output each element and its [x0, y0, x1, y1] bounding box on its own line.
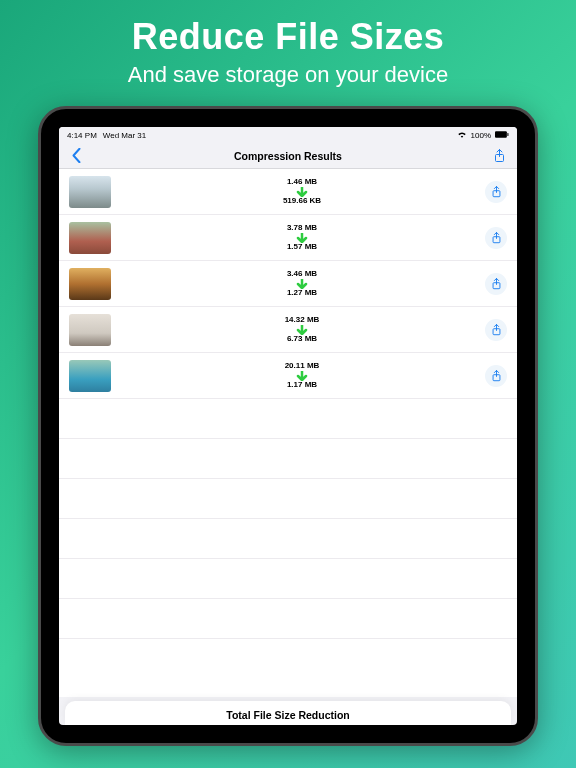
svg-rect-0	[495, 131, 507, 137]
back-button[interactable]	[67, 147, 85, 165]
results-list[interactable]: 1.46 MB 519.66 KB 3.78 MB 1.57 MB	[59, 169, 517, 697]
empty-row	[59, 599, 517, 639]
compressed-size: 519.66 KB	[283, 197, 321, 205]
size-info: 3.46 MB 1.27 MB	[119, 270, 485, 297]
row-share-button[interactable]	[485, 181, 507, 203]
share-icon	[491, 186, 502, 198]
screen: 4:14 PM Wed Mar 31 100% Compres	[59, 127, 517, 725]
svg-rect-1	[507, 132, 508, 135]
original-size: 20.11 MB	[285, 362, 320, 370]
chevron-left-icon	[71, 148, 82, 163]
thumbnail	[69, 222, 111, 254]
original-size: 3.46 MB	[287, 270, 317, 278]
size-info: 20.11 MB 1.17 MB	[119, 362, 485, 389]
status-date: Wed Mar 31	[103, 131, 146, 140]
result-row: 3.46 MB 1.27 MB	[59, 261, 517, 307]
result-row: 20.11 MB 1.17 MB	[59, 353, 517, 399]
result-row: 1.46 MB 519.66 KB	[59, 169, 517, 215]
summary-card: Total File Size Reduction	[65, 701, 511, 725]
size-info: 14.32 MB 6.73 MB	[119, 316, 485, 343]
compressed-size: 1.17 MB	[287, 381, 317, 389]
status-time: 4:14 PM	[67, 131, 97, 140]
wifi-icon	[457, 130, 467, 140]
row-share-button[interactable]	[485, 273, 507, 295]
empty-row	[59, 439, 517, 479]
promo-background: Reduce File Sizes And save storage on yo…	[0, 0, 576, 768]
empty-row	[59, 559, 517, 599]
row-share-button[interactable]	[485, 227, 507, 249]
share-icon	[491, 370, 502, 382]
thumbnail	[69, 360, 111, 392]
arrow-down-icon	[296, 279, 308, 289]
result-row: 3.78 MB 1.57 MB	[59, 215, 517, 261]
battery-icon	[495, 131, 509, 140]
share-icon	[491, 278, 502, 290]
original-size: 14.32 MB	[285, 316, 320, 324]
empty-row	[59, 519, 517, 559]
compressed-size: 1.27 MB	[287, 289, 317, 297]
thumbnail	[69, 268, 111, 300]
compressed-size: 6.73 MB	[287, 335, 317, 343]
hero-subtitle: And save storage on your device	[128, 62, 448, 88]
device-frame: 4:14 PM Wed Mar 31 100% Compres	[38, 106, 538, 746]
page-title: Compression Results	[234, 150, 342, 162]
status-bar: 4:14 PM Wed Mar 31 100%	[59, 127, 517, 143]
empty-row	[59, 399, 517, 439]
thumbnail	[69, 314, 111, 346]
thumbnail	[69, 176, 111, 208]
empty-row	[59, 479, 517, 519]
original-size: 1.46 MB	[287, 178, 317, 186]
row-share-button[interactable]	[485, 365, 507, 387]
result-row: 14.32 MB 6.73 MB	[59, 307, 517, 353]
summary-title: Total File Size Reduction	[65, 709, 511, 721]
size-info: 1.46 MB 519.66 KB	[119, 178, 485, 205]
arrow-down-icon	[296, 371, 308, 381]
arrow-down-icon	[296, 187, 308, 197]
nav-bar: Compression Results	[59, 143, 517, 169]
share-icon	[491, 324, 502, 336]
size-info: 3.78 MB 1.57 MB	[119, 224, 485, 251]
row-share-button[interactable]	[485, 319, 507, 341]
share-icon	[493, 149, 506, 163]
hero-title: Reduce File Sizes	[132, 16, 445, 58]
arrow-down-icon	[296, 325, 308, 335]
share-icon	[491, 232, 502, 244]
nav-share-button[interactable]	[491, 147, 509, 165]
original-size: 3.78 MB	[287, 224, 317, 232]
arrow-down-icon	[296, 233, 308, 243]
battery-percent: 100%	[471, 131, 491, 140]
compressed-size: 1.57 MB	[287, 243, 317, 251]
